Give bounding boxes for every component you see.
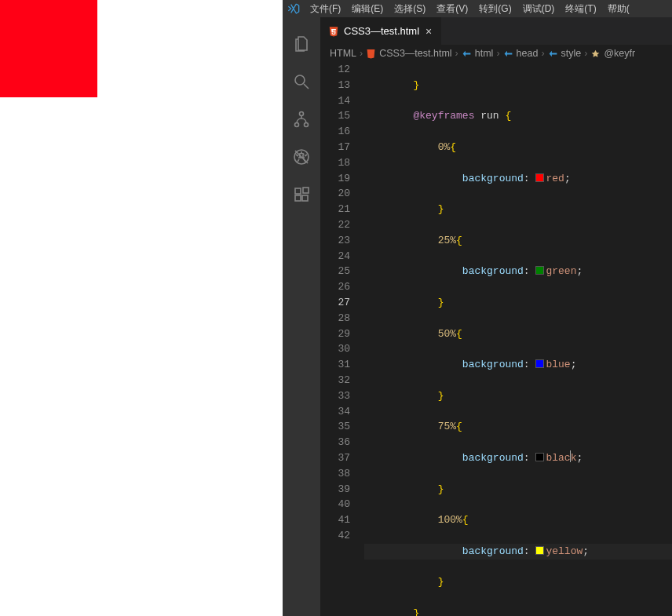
breadcrumb-item[interactable]: @keyfr bbox=[590, 48, 635, 59]
line-gutter: 1213141516171819202122232425262728293031… bbox=[320, 62, 364, 616]
color-swatch-icon bbox=[535, 453, 544, 461]
chevron-right-icon: › bbox=[360, 48, 363, 59]
activity-bar bbox=[283, 17, 320, 616]
preview-red-square bbox=[0, 0, 97, 97]
search-icon[interactable] bbox=[283, 63, 320, 100]
tab-bar: CSS3—test.html × bbox=[320, 17, 672, 45]
breadcrumb-item[interactable]: HTML bbox=[330, 48, 356, 59]
editor-area: CSS3—test.html × HTML › CSS3—test.html ›… bbox=[320, 17, 672, 616]
menu-edit[interactable]: 编辑(E) bbox=[346, 2, 389, 16]
breadcrumb-item[interactable]: style bbox=[548, 48, 582, 59]
menubar: 文件(F) 编辑(E) 选择(S) 查看(V) 转到(G) 调试(D) 终端(T… bbox=[283, 0, 672, 17]
at-rule-icon bbox=[590, 49, 601, 59]
vscode-logo-icon bbox=[283, 2, 305, 15]
menu-goto[interactable]: 转到(G) bbox=[473, 2, 517, 16]
svg-rect-6 bbox=[295, 195, 301, 201]
svg-point-1 bbox=[300, 112, 304, 116]
svg-rect-5 bbox=[295, 188, 301, 194]
breadcrumb-item[interactable]: head bbox=[503, 48, 539, 59]
chevron-right-icon: › bbox=[541, 48, 544, 59]
menu-view[interactable]: 查看(V) bbox=[431, 2, 473, 16]
tag-icon bbox=[462, 49, 472, 59]
svg-point-2 bbox=[295, 123, 299, 127]
color-swatch-icon bbox=[535, 359, 544, 368]
tag-icon bbox=[503, 49, 513, 59]
breadcrumb-item[interactable]: html bbox=[462, 48, 494, 59]
color-swatch-icon bbox=[535, 173, 544, 182]
preview-pane bbox=[0, 0, 283, 616]
code-content[interactable]: } @keyframes run { 0%{ background: red; … bbox=[364, 62, 672, 616]
html5-icon bbox=[328, 26, 339, 37]
close-icon[interactable]: × bbox=[424, 24, 433, 38]
tag-icon bbox=[548, 49, 558, 59]
menu-file[interactable]: 文件(F) bbox=[305, 2, 346, 16]
color-swatch-icon bbox=[535, 546, 544, 555]
svg-point-0 bbox=[295, 75, 305, 85]
files-icon[interactable] bbox=[283, 25, 320, 63]
text-cursor bbox=[570, 450, 571, 462]
breadcrumb-item[interactable]: CSS3—test.html bbox=[366, 48, 451, 59]
breadcrumbs[interactable]: HTML › CSS3—test.html › html › head › bbox=[320, 45, 672, 62]
color-swatch-icon bbox=[535, 266, 544, 275]
svg-rect-7 bbox=[302, 195, 308, 201]
tab-active[interactable]: CSS3—test.html × bbox=[320, 17, 441, 45]
svg-point-3 bbox=[305, 123, 309, 127]
chevron-right-icon: › bbox=[496, 48, 499, 59]
source-control-icon[interactable] bbox=[283, 100, 320, 138]
code-editor[interactable]: 1213141516171819202122232425262728293031… bbox=[320, 62, 672, 616]
menu-debug[interactable]: 调试(D) bbox=[517, 2, 561, 16]
html5-icon bbox=[366, 49, 376, 59]
tab-filename: CSS3—test.html bbox=[344, 25, 419, 37]
chevron-right-icon: › bbox=[584, 48, 587, 59]
extensions-icon[interactable] bbox=[283, 176, 320, 213]
debug-disabled-icon[interactable] bbox=[283, 138, 320, 176]
vscode-body: CSS3—test.html × HTML › CSS3—test.html ›… bbox=[283, 17, 672, 616]
svg-rect-8 bbox=[303, 188, 309, 193]
menu-terminal[interactable]: 终端(T) bbox=[560, 2, 601, 16]
vscode-window: 文件(F) 编辑(E) 选择(S) 查看(V) 转到(G) 调试(D) 终端(T… bbox=[283, 0, 672, 616]
menu-help[interactable]: 帮助( bbox=[602, 2, 635, 16]
menu-select[interactable]: 选择(S) bbox=[389, 2, 431, 16]
chevron-right-icon: › bbox=[455, 48, 458, 59]
